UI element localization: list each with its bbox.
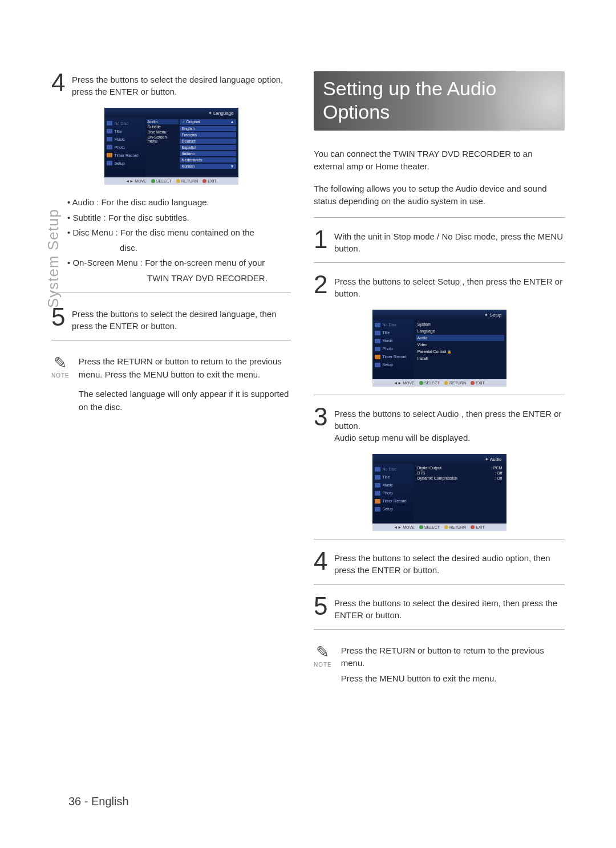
bullet-subtitle: • Subtitle : For the disc subtitles. [67,212,291,225]
bullet-osm: • On-Screen Menu : For the on-screen men… [67,257,291,270]
osd-lang-option: Deutsch [180,139,236,144]
osd-audio-list: Digital Output: PCM DTS: Off Dynamic Com… [414,464,506,524]
osd-mid-audio: Audio [147,119,179,124]
osd-side-music: Music [372,481,414,489]
section-heading: Setting up the Audio Options [314,71,565,131]
note-icon: ✎ [51,355,70,371]
step-text: Press the buttons to select the desired … [334,550,565,576]
divider [314,217,565,218]
osd-side-nodisc: No Disc [372,465,414,473]
left-column: 4 Press the buttons to select the desire… [51,71,291,692]
right-column: Setting up the Audio Options You can con… [314,71,565,692]
divider [314,629,565,630]
osd-setup-item: System [416,321,504,327]
note-text-1: Press the RETURN or button to return to … [79,355,291,381]
intro-text-2: The following allows you to setup the Au… [314,182,565,208]
osd-side-photo: Photo [104,143,145,151]
step-number: 2 [314,273,334,296]
osd-side-nodisc: No Disc [104,119,145,127]
left-step-4: 4 Press the buttons to select the desire… [51,71,291,98]
bullet-osm-cont: TWIN TRAY DVD RECORDER. [67,272,291,285]
page-footer: 36 - English [68,795,129,808]
osd-audio-screen: Audio No Disc Title Music Photo Timer Re… [372,454,506,531]
note-text-2: The selected language will only appear i… [79,388,291,413]
osd-side-music: Music [372,337,414,345]
osd-title: Audio [485,457,501,462]
step-text: Press the buttons to select the desired … [334,595,565,621]
osd-side-timer: Timer Record [372,353,414,361]
osd-lang-option: Nederlands [180,157,236,163]
note-label: NOTE [314,662,332,668]
left-step-5: 5 Press the buttons to select the desire… [51,306,291,332]
right-step-5: 5 Press the buttons to select the desire… [314,595,565,621]
osd-setup-item: Install [416,355,504,362]
osd-footer: ◄► MOVE SELECT RETURN EXIT [372,524,506,531]
note-text-1: Press the RETURN or button to return to … [341,644,565,670]
osd-title: Language [208,111,234,116]
osd-side-title: Title [104,127,145,135]
osd-side-nodisc: No Disc [372,321,414,329]
left-note: ✎ NOTE Press the RETURN or button to ret… [51,355,291,420]
osd-setup-item: Video [416,342,504,348]
step-text: Press the buttons to select Setup , then… [334,273,565,299]
divider [314,539,565,539]
osd-footer: ◄► MOVE SELECT RETURN EXIT [104,177,238,185]
osd-lang-option: Italiano [180,151,236,156]
bullet-audio: • Audio : For the disc audio language. [67,196,291,209]
osd-side-timer: Timer Record [372,497,414,505]
section-tab: System Setup [44,209,62,308]
bullet-discmenu-cont: disc. [67,242,291,255]
osd-audio-row: Digital Output: PCM [416,465,504,470]
osd-side-title: Title [372,473,414,481]
osd-side-music: Music [104,135,145,143]
right-step-1: 1 With the unit in Stop mode / No Disc m… [314,228,565,254]
divider [314,262,565,263]
intro-text-1: You can connect the TWIN TRAY DVD RECORD… [314,148,565,173]
divider [314,395,565,395]
osd-lang-option: Korean▼ [180,164,236,169]
step-number: 1 [314,228,334,251]
step-text: Press the buttons to select the desired … [72,71,291,98]
osd-side-setup: Setup [372,505,414,513]
note-text-2: Press the MENU button to exit the menu. [341,672,565,685]
left-bullets: • Audio : For the disc audio language. •… [67,196,291,285]
osd-lang-option: Español [180,145,236,150]
osd-audio-row: Dynamic Compression: On [416,476,504,481]
divider [51,293,291,293]
osd-lang-list: Original▲ English Français Deutsch Españ… [180,117,238,177]
bullet-discmenu: • Disc Menu : For the disc menu containe… [67,226,291,240]
osd-lang-option: Original▲ [180,119,236,125]
step-text: With the unit in Stop mode / No Disc mod… [334,228,565,254]
step-number: 5 [314,595,334,618]
osd-title: Setup [484,313,501,318]
osd-mid-osm: On-Screen menu [147,135,179,144]
osd-language-screen: Language No Disc Title Music Photo Timer… [104,108,238,185]
osd-setup-item-selected: Audio [416,335,504,341]
osd-setup-item: Parental Control [416,348,504,355]
osd-setup-list: System Language Audio Video Parental Con… [414,319,506,379]
right-step-4: 4 Press the buttons to select the desire… [314,550,565,576]
osd-mid-subtitle: Subtitle [147,124,179,129]
step-number: 5 [51,306,72,328]
osd-side-setup: Setup [104,159,145,167]
osd-setup-screen: Setup No Disc Title Music Photo Timer Re… [372,310,506,387]
osd-lang-option: Français [180,132,236,137]
osd-setup-item: Language [416,328,504,334]
note-label: NOTE [51,372,70,379]
step-text: Press the buttons to select the desired … [72,306,291,332]
osd-side-title: Title [372,329,414,337]
step-number: 4 [51,71,72,94]
osd-side-photo: Photo [372,489,414,497]
right-note: ✎ NOTE Press the RETURN or button to ret… [314,644,565,692]
right-step-2: 2 Press the buttons to select Setup , th… [314,273,565,299]
step-number: 3 [314,405,334,428]
step-text: Press the buttons to select Audio , then… [334,405,565,444]
divider [51,340,291,340]
divider [314,584,565,585]
right-step-3: 3 Press the buttons to select Audio , th… [314,405,565,444]
osd-side-timer: Timer Record [104,151,145,159]
osd-mid-discmenu: Disc Menu [147,129,179,135]
step-number: 4 [314,550,334,573]
osd-lang-option: English [180,126,236,131]
note-icon: ✎ [314,644,332,660]
